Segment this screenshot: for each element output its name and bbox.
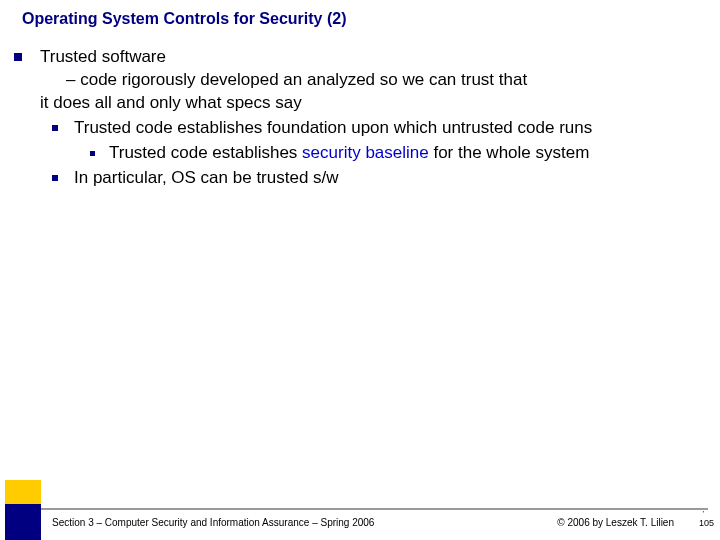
bullet-level-1: In particular, OS can be trusted s/w [14, 167, 706, 190]
footer-copyright: © 2006 by Leszek T. Lilien [557, 517, 674, 528]
bullet-level-2: Trusted code establishes security baseli… [14, 142, 706, 165]
trusted-software-head: Trusted software [40, 47, 166, 66]
bullet-level-0: Trusted software – code rigorously devel… [14, 46, 706, 115]
l2-post: for the whole system [429, 143, 590, 162]
slide-title: Operating System Controls for Security (… [0, 0, 720, 28]
dash-line-1: – code rigorously developed an analyzed … [40, 69, 706, 92]
bullet-level-1: Trusted code establishes foundation upon… [14, 117, 706, 140]
navy-block-icon [5, 504, 41, 540]
square-bullet-icon [52, 125, 58, 131]
l2-pre: Trusted code establishes [109, 143, 302, 162]
dash-line-2: it does all and only what specs say [40, 92, 706, 115]
footer-mark: ' [702, 509, 704, 518]
square-bullet-icon [52, 175, 58, 181]
yellow-block-icon [5, 480, 41, 506]
square-bullet-icon [90, 151, 95, 156]
bullet-text: Trusted code establishes foundation upon… [74, 117, 706, 140]
divider-line [32, 508, 708, 510]
slide-body: Trusted software – code rigorously devel… [0, 28, 720, 190]
footer-section: Section 3 – Computer Security and Inform… [52, 517, 374, 528]
bullet-text: In particular, OS can be trusted s/w [74, 167, 706, 190]
page-number: 105 [699, 518, 714, 528]
security-baseline-link: security baseline [302, 143, 429, 162]
bullet-text: Trusted software – code rigorously devel… [40, 46, 706, 115]
square-bullet-icon [14, 53, 22, 61]
bullet-text: Trusted code establishes security baseli… [109, 142, 706, 165]
